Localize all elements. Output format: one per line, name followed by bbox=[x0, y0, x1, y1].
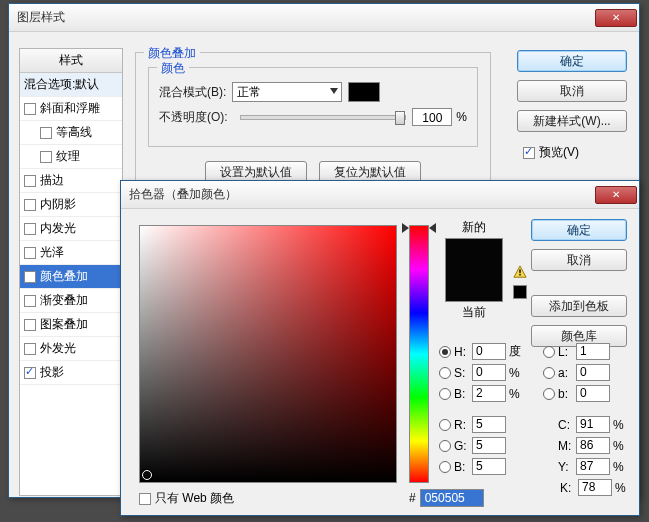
style-checkbox[interactable] bbox=[40, 151, 52, 163]
style-label: 图案叠加 bbox=[40, 316, 88, 333]
field-input[interactable]: 0 bbox=[472, 343, 506, 360]
field-input[interactable]: 5 bbox=[472, 437, 506, 454]
web-only-label: 只有 Web 颜色 bbox=[155, 490, 234, 507]
field-label: b: bbox=[558, 387, 576, 401]
opacity-input[interactable]: 100 bbox=[412, 108, 452, 126]
gamut-swatch[interactable] bbox=[513, 285, 527, 299]
style-label: 纹理 bbox=[56, 148, 80, 165]
opacity-label: 不透明度(O): bbox=[159, 109, 228, 126]
field-input[interactable]: 5 bbox=[472, 416, 506, 433]
dialog-title: 图层样式 bbox=[17, 9, 593, 26]
style-checkbox[interactable] bbox=[24, 295, 36, 307]
style-checkbox[interactable] bbox=[24, 319, 36, 331]
field-label: M: bbox=[558, 439, 576, 453]
field-input[interactable]: 5 bbox=[472, 458, 506, 475]
hex-input[interactable]: 050505 bbox=[420, 489, 484, 507]
new-label: 新的 bbox=[441, 219, 507, 236]
field-input[interactable]: 0 bbox=[576, 385, 610, 402]
color-model-radio[interactable] bbox=[439, 367, 451, 379]
style-checkbox[interactable] bbox=[24, 175, 36, 187]
style-label: 渐变叠加 bbox=[40, 292, 88, 309]
field-unit: 度 bbox=[509, 343, 527, 360]
blend-mode-label: 混合模式(B): bbox=[159, 84, 226, 101]
style-row[interactable]: 内发光 bbox=[20, 217, 122, 241]
saturation-field[interactable] bbox=[139, 225, 397, 483]
overlay-color-swatch[interactable] bbox=[348, 82, 380, 102]
style-row[interactable]: 图案叠加 bbox=[20, 313, 122, 337]
style-row[interactable]: 投影 bbox=[20, 361, 122, 385]
ok-button[interactable]: 确定 bbox=[517, 50, 627, 72]
style-checkbox[interactable] bbox=[24, 103, 36, 115]
cancel-button[interactable]: 取消 bbox=[517, 80, 627, 102]
color-model-radio[interactable] bbox=[439, 388, 451, 400]
style-checkbox[interactable] bbox=[24, 247, 36, 259]
color-model-radio[interactable] bbox=[439, 440, 451, 452]
style-row[interactable]: 内阴影 bbox=[20, 193, 122, 217]
blend-options-row[interactable]: 混合选项:默认 bbox=[20, 73, 122, 97]
field-unit: % bbox=[509, 387, 527, 401]
field-label: a: bbox=[558, 366, 576, 380]
style-checkbox[interactable] bbox=[24, 271, 36, 283]
color-model-radio[interactable] bbox=[439, 346, 451, 358]
style-row[interactable]: 颜色叠加 bbox=[20, 265, 122, 289]
style-label: 内发光 bbox=[40, 220, 76, 237]
opacity-slider[interactable] bbox=[240, 115, 407, 120]
style-label: 内阴影 bbox=[40, 196, 76, 213]
field-label: R: bbox=[454, 418, 472, 432]
picker-ok-button[interactable]: 确定 bbox=[531, 219, 627, 241]
field-input[interactable]: 0 bbox=[472, 364, 506, 381]
style-checkbox[interactable] bbox=[24, 367, 36, 379]
chevron-down-icon bbox=[330, 88, 338, 94]
blend-mode-select[interactable]: 正常 bbox=[232, 82, 342, 102]
style-checkbox[interactable] bbox=[24, 343, 36, 355]
picker-cancel-button[interactable]: 取消 bbox=[531, 249, 627, 271]
style-label: 光泽 bbox=[40, 244, 64, 261]
color-fields: H:0度L:1S:0%a:0B:2%b:0R:5C:91%G:5M:86%B:5… bbox=[439, 339, 639, 500]
color-model-radio[interactable] bbox=[543, 367, 555, 379]
add-swatch-button[interactable]: 添加到色板 bbox=[531, 295, 627, 317]
new-style-button[interactable]: 新建样式(W)... bbox=[517, 110, 627, 132]
gamut-warning-icon[interactable] bbox=[513, 265, 527, 279]
field-label: B: bbox=[454, 387, 472, 401]
style-checkbox[interactable] bbox=[40, 127, 52, 139]
hue-arrow-right-icon bbox=[429, 223, 436, 233]
hue-slider[interactable] bbox=[409, 225, 429, 483]
field-input[interactable]: 91 bbox=[576, 416, 610, 433]
color-model-radio[interactable] bbox=[543, 388, 555, 400]
field-label: S: bbox=[454, 366, 472, 380]
color-overlay-group: 颜色叠加 颜色 混合模式(B): 正常 不透明度(O): 100 % bbox=[135, 52, 491, 192]
style-row[interactable]: 斜面和浮雕 bbox=[20, 97, 122, 121]
titlebar[interactable]: 图层样式 ✕ bbox=[9, 4, 639, 32]
field-input[interactable]: 78 bbox=[578, 479, 612, 496]
color-model-radio[interactable] bbox=[543, 346, 555, 358]
close-icon[interactable]: ✕ bbox=[595, 9, 637, 27]
field-input[interactable]: 87 bbox=[576, 458, 610, 475]
style-checkbox[interactable] bbox=[24, 199, 36, 211]
color-model-radio[interactable] bbox=[439, 461, 451, 473]
opacity-unit: % bbox=[456, 110, 467, 124]
picker-buttons: 确定 取消 添加到色板 颜色库 bbox=[531, 219, 627, 347]
field-input[interactable]: 86 bbox=[576, 437, 610, 454]
style-row[interactable]: 外发光 bbox=[20, 337, 122, 361]
preview-checkbox[interactable] bbox=[523, 147, 535, 159]
color-model-radio[interactable] bbox=[439, 419, 451, 431]
web-only-row: 只有 Web 颜色 bbox=[139, 490, 234, 507]
color-cursor[interactable] bbox=[142, 470, 152, 480]
style-row[interactable]: 渐变叠加 bbox=[20, 289, 122, 313]
field-input[interactable]: 1 bbox=[576, 343, 610, 360]
color-preview-swatch[interactable] bbox=[445, 238, 503, 302]
web-only-checkbox[interactable] bbox=[139, 493, 151, 505]
color-picker-dialog: 拾色器（叠加颜色） ✕ 新的 当前 确定 取消 添加到色板 颜色库 H:0度L:… bbox=[120, 180, 640, 516]
style-row[interactable]: 描边 bbox=[20, 169, 122, 193]
close-icon[interactable]: ✕ bbox=[595, 186, 637, 204]
field-input[interactable]: 2 bbox=[472, 385, 506, 402]
picker-titlebar[interactable]: 拾色器（叠加颜色） ✕ bbox=[121, 181, 639, 209]
field-label: C: bbox=[558, 418, 576, 432]
style-row[interactable]: 纹理 bbox=[20, 145, 122, 169]
style-row[interactable]: 光泽 bbox=[20, 241, 122, 265]
style-checkbox[interactable] bbox=[24, 223, 36, 235]
style-row[interactable]: 等高线 bbox=[20, 121, 122, 145]
field-label: B: bbox=[454, 460, 472, 474]
dialog-buttons: 确定 取消 新建样式(W)... 预览(V) bbox=[517, 50, 627, 161]
field-input[interactable]: 0 bbox=[576, 364, 610, 381]
